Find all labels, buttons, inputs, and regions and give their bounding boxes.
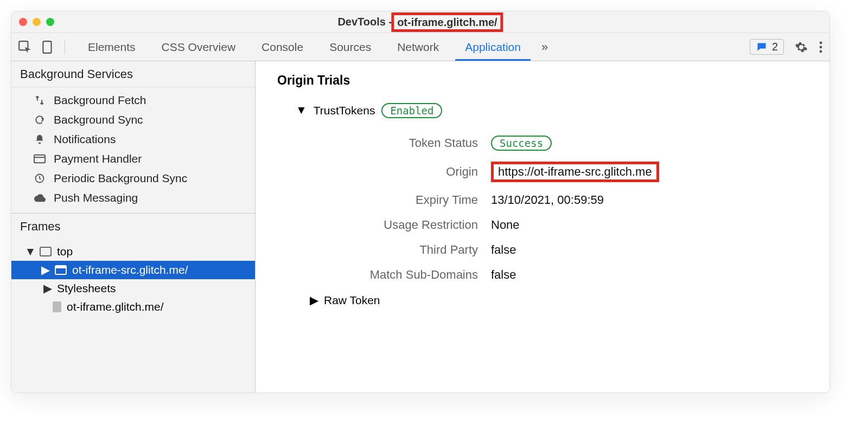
trial-status-pill: Enabled	[381, 103, 442, 118]
sidebar-item-push-messaging[interactable]: Push Messaging	[11, 188, 255, 208]
toolbar-right: 2	[750, 39, 823, 55]
label-expiry: Expiry Time	[310, 193, 478, 207]
inspect-element-icon[interactable]	[18, 40, 32, 54]
sidebar-item-notifications[interactable]: Notifications	[11, 130, 255, 149]
label-token-status: Token Status	[310, 136, 478, 150]
row-usage: Usage Restriction None	[310, 213, 808, 237]
trial-details-table: Token Status Success Origin https://ot-i…	[310, 130, 808, 287]
raw-token-label: Raw Token	[324, 294, 380, 307]
chevron-right-icon: ▶	[42, 264, 49, 277]
window-title: DevTools - ot-iframe.glitch.me/	[337, 12, 503, 32]
tab-console[interactable]: Console	[248, 33, 316, 61]
more-tabs-icon[interactable]: »	[537, 40, 552, 54]
chevron-down-icon: ▼	[296, 104, 307, 117]
sidebar-item-label: Push Messaging	[54, 191, 138, 204]
frames-section: Frames ▼ top ▶ ot-iframe-src	[11, 213, 255, 393]
frames-tree-stylesheets[interactable]: ▶ Stylesheets	[11, 279, 255, 298]
tab-sources[interactable]: Sources	[316, 33, 384, 61]
sidebar-item-label: Background Fetch	[54, 94, 146, 107]
row-origin: Origin https://ot-iframe-src.glitch.me	[310, 156, 808, 188]
more-menu-icon[interactable]	[819, 41, 823, 54]
svg-point-4	[820, 50, 822, 53]
svg-rect-8	[40, 247, 51, 256]
sidebar-item-background-sync[interactable]: Background Sync	[11, 110, 255, 130]
card-icon	[33, 154, 46, 164]
tab-application[interactable]: Application	[452, 33, 534, 61]
frames-tree-document[interactable]: ot-iframe.glitch.me/	[11, 298, 255, 316]
frames-tree-top-label: top	[57, 245, 73, 258]
settings-icon[interactable]	[795, 41, 808, 54]
sidebar-item-periodic-sync[interactable]: Periodic Background Sync	[11, 169, 255, 188]
bell-icon	[33, 134, 46, 145]
frames-tree: ▼ top ▶ ot-iframe-src.glitch.me/	[11, 239, 255, 319]
trial-name: TrustTokens	[314, 104, 375, 117]
row-token-status: Token Status Success	[310, 130, 808, 156]
body-area: Background Services Background Fetch Bac…	[11, 61, 829, 393]
panel-tabs: Elements CSS Overview Console Sources Ne…	[75, 33, 534, 61]
frames-tree-child-label: ot-iframe-src.glitch.me/	[72, 264, 188, 277]
fetch-icon	[33, 95, 46, 106]
issues-icon	[756, 42, 768, 53]
frame-filled-icon	[55, 265, 67, 275]
traffic-lights	[19, 18, 54, 26]
devtools-window: DevTools - ot-iframe.glitch.me/ Elements…	[11, 11, 830, 393]
sidebar-item-label: Periodic Background Sync	[54, 172, 187, 185]
file-icon	[53, 301, 61, 312]
chevron-right-icon: ▶	[310, 294, 318, 307]
sync-icon	[33, 114, 46, 125]
svg-point-3	[820, 46, 822, 48]
value-third-party: false	[491, 243, 516, 257]
row-subdomains: Match Sub-Domains false	[310, 262, 808, 287]
svg-rect-5	[34, 155, 45, 163]
device-toolbar-icon[interactable]	[41, 40, 55, 54]
label-third-party: Third Party	[310, 243, 478, 257]
frames-tree-selected-frame[interactable]: ▶ ot-iframe-src.glitch.me/	[11, 261, 255, 279]
value-subdomains: false	[491, 268, 516, 282]
raw-token-row[interactable]: ▶ Raw Token	[310, 294, 808, 307]
trial-row[interactable]: ▼ TrustTokens Enabled	[296, 103, 808, 118]
sidebar-item-payment-handler[interactable]: Payment Handler	[11, 149, 255, 169]
close-window-button[interactable]	[19, 18, 27, 26]
window-title-url: ot-iframe.glitch.me/	[391, 12, 503, 32]
token-status-pill: Success	[491, 136, 552, 151]
sidebar: Background Services Background Fetch Bac…	[11, 61, 256, 393]
chevron-down-icon: ▼	[27, 245, 34, 258]
tab-elements[interactable]: Elements	[75, 33, 149, 61]
svg-rect-10	[55, 266, 66, 268]
label-origin: Origin	[310, 165, 478, 179]
titlebar: DevTools - ot-iframe.glitch.me/	[11, 11, 829, 33]
tab-css-overview[interactable]: CSS Overview	[149, 33, 249, 61]
label-usage: Usage Restriction	[310, 218, 478, 232]
issues-badge[interactable]: 2	[750, 39, 784, 55]
frames-header: Frames	[11, 213, 255, 239]
chevron-right-icon: ▶	[44, 282, 52, 295]
issues-count: 2	[772, 41, 778, 53]
value-usage: None	[491, 218, 520, 232]
background-services-header: Background Services	[11, 61, 255, 87]
cloud-icon	[33, 194, 46, 202]
row-expiry: Expiry Time 13/10/2021, 00:59:59	[310, 188, 808, 213]
tab-network[interactable]: Network	[384, 33, 452, 61]
frames-tree-stylesheets-label: Stylesheets	[57, 282, 116, 295]
sidebar-item-label: Background Sync	[54, 113, 143, 126]
label-subdomains: Match Sub-Domains	[310, 268, 478, 282]
zoom-window-button[interactable]	[46, 18, 54, 26]
row-third-party: Third Party false	[310, 237, 808, 262]
sidebar-item-background-fetch[interactable]: Background Fetch	[11, 91, 255, 110]
main-panel: Origin Trials ▼ TrustTokens Enabled Toke…	[256, 61, 829, 393]
clock-icon	[33, 173, 46, 184]
toolbar-divider	[65, 40, 65, 55]
frames-tree-top[interactable]: ▼ top	[11, 242, 255, 261]
toolbar: Elements CSS Overview Console Sources Ne…	[11, 33, 829, 61]
svg-rect-1	[43, 41, 51, 53]
sidebar-item-label: Payment Handler	[54, 152, 142, 165]
value-token-status: Success	[491, 136, 552, 151]
svg-point-2	[820, 41, 822, 44]
frame-outline-icon	[40, 247, 52, 256]
minimize-window-button[interactable]	[33, 18, 41, 26]
frames-tree-document-label: ot-iframe.glitch.me/	[67, 300, 164, 313]
window-title-prefix: DevTools -	[337, 16, 392, 28]
background-services-list: Background Fetch Background Sync Notific…	[11, 87, 255, 213]
value-origin: https://ot-iframe-src.glitch.me	[491, 162, 659, 182]
origin-trials-heading: Origin Trials	[277, 73, 808, 88]
